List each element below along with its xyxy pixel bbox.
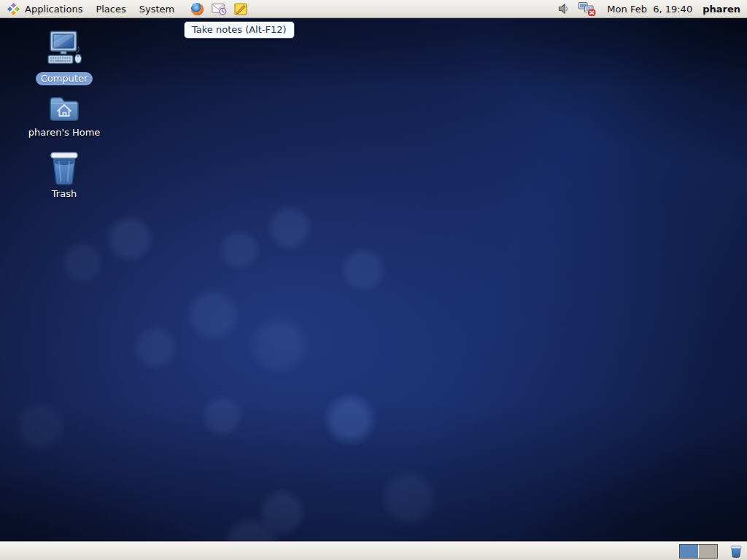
mail-launcher[interactable] [208,0,231,18]
menu-applications[interactable]: Applications [0,0,89,18]
menu-places[interactable]: Places [89,0,132,18]
panel-drag-handle[interactable] [2,544,9,559]
trash-applet-icon [729,545,743,558]
clock[interactable]: Mon Feb 6, 19:40 [600,4,700,15]
menu-label: System [139,4,174,15]
mail-icon [212,3,227,15]
workspace-switcher [679,544,718,559]
top-panel: Applications Places System [0,0,747,18]
workspace-2[interactable] [699,545,717,558]
distro-logo-icon [7,2,20,16]
desktop-icon-label: pharen's Home [23,126,106,139]
home-folder-icon [47,92,81,124]
trash-icon [47,150,81,185]
firefox-launcher[interactable] [187,0,208,18]
menu-system[interactable]: System [133,0,181,18]
bottom-panel [0,542,747,560]
desktop-icon-label: Trash [47,187,82,201]
trash-applet[interactable] [727,542,746,560]
menu-label: Applications [25,4,82,15]
desktop-icon-trash[interactable]: Trash [26,150,102,201]
username[interactable]: pharen [700,4,747,15]
network-offline-icon[interactable] [574,0,600,18]
system-tray: Mon Feb 6, 19:40 pharen [544,0,747,18]
tooltip-text: Take notes (Alt-F12) [192,24,287,35]
desktop-icon-label: Computer [36,72,93,85]
desktop-icon-computer[interactable]: Computer [26,29,102,85]
tooltip: Take notes (Alt-F12) [184,21,295,39]
note-icon [234,2,248,16]
computer-icon [44,29,85,70]
volume-icon[interactable] [554,0,574,18]
tray-drag-handle[interactable] [546,1,552,16]
notes-launcher[interactable] [231,0,252,18]
firefox-icon [190,2,204,16]
desktop-icon-home[interactable]: pharen's Home [26,92,102,139]
desktop-wallpaper [0,0,747,560]
workspace-1[interactable] [680,545,698,558]
menu-label: Places [96,4,125,15]
